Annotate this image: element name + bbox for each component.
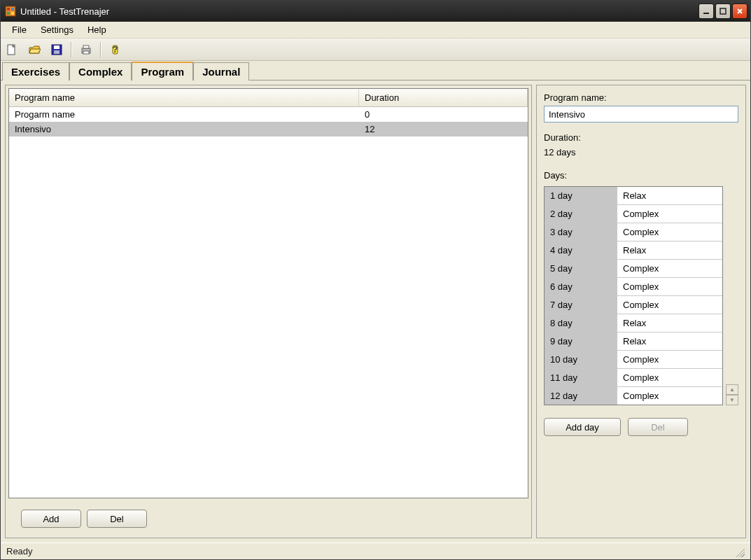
days-spinner[interactable]: ▲ ▼ <box>726 384 738 405</box>
help-icon[interactable]: ? <box>107 41 124 58</box>
statusbar: Ready <box>1 542 750 559</box>
column-header-name[interactable]: Program name <box>9 89 359 106</box>
programs-panel: Program name Duration Progarm name 0 Int… <box>5 85 532 538</box>
svg-rect-9 <box>54 46 59 49</box>
days-row[interactable]: 10 dayComplex <box>545 351 722 369</box>
type-cell: Complex <box>617 223 722 241</box>
cell-name: Intensivo <box>9 122 359 136</box>
days-row[interactable]: 3 dayComplex <box>545 223 722 241</box>
svg-rect-10 <box>54 50 59 54</box>
day-cell: 8 day <box>545 314 617 332</box>
days-row[interactable]: 2 dayComplex <box>545 205 722 223</box>
duration-label: Duration: <box>544 132 738 143</box>
day-cell: 9 day <box>545 332 617 350</box>
type-cell: Complex <box>617 387 722 405</box>
spinner-down-icon[interactable]: ▼ <box>726 395 738 405</box>
open-icon[interactable] <box>26 41 43 58</box>
day-cell: 7 day <box>545 296 617 314</box>
add-button[interactable]: Add <box>21 510 81 528</box>
days-row[interactable]: 1 dayRelax <box>545 187 722 205</box>
menu-settings[interactable]: Settings <box>34 22 80 37</box>
del-day-button[interactable]: Del <box>628 418 688 436</box>
programs-list-header: Program name Duration <box>9 89 528 107</box>
type-cell: Complex <box>617 351 722 368</box>
days-row[interactable]: 12 dayComplex <box>545 387 722 405</box>
details-panel: Program name: Duration: 12 days Days: 1 … <box>536 85 746 538</box>
menubar: File Settings Help <box>1 22 750 38</box>
spinner-up-icon[interactable]: ▲ <box>726 384 738 395</box>
type-cell: Relax <box>617 241 722 259</box>
add-day-button[interactable]: Add day <box>544 418 621 436</box>
app-icon <box>5 6 16 17</box>
days-row[interactable]: 8 dayRelax <box>545 314 722 332</box>
type-cell: Relax <box>617 332 722 350</box>
day-cell: 2 day <box>545 205 617 223</box>
app-window: Untitled - TestTrenajer File Settings He… <box>0 0 751 560</box>
menu-file[interactable]: File <box>5 22 34 37</box>
resize-grip-icon[interactable] <box>734 546 745 557</box>
day-cell: 10 day <box>545 351 617 368</box>
cell-name: Progarm name <box>9 107 359 122</box>
close-button[interactable] <box>732 4 748 19</box>
svg-rect-3 <box>7 12 10 15</box>
toolbar-separator <box>100 42 101 57</box>
titlebar[interactable]: Untitled - TestTrenajer <box>1 1 750 22</box>
day-cell: 12 day <box>545 387 617 405</box>
type-cell: Complex <box>617 296 722 314</box>
programs-list[interactable]: Program name Duration Progarm name 0 Int… <box>8 88 528 498</box>
type-cell: Relax <box>617 187 722 204</box>
days-row[interactable]: 11 dayComplex <box>545 369 722 387</box>
day-cell: 5 day <box>545 260 617 277</box>
program-name-input[interactable] <box>544 106 738 122</box>
tab-complex[interactable]: Complex <box>69 62 132 80</box>
day-cell: 6 day <box>545 278 617 295</box>
tab-program[interactable]: Program <box>132 62 193 80</box>
days-row[interactable]: 9 dayRelax <box>545 332 722 351</box>
details-button-row: Add day Del <box>544 405 738 436</box>
svg-text:?: ? <box>113 44 118 55</box>
svg-rect-4 <box>11 12 14 15</box>
days-row[interactable]: 4 dayRelax <box>545 241 722 260</box>
day-cell: 3 day <box>545 223 617 241</box>
print-icon[interactable] <box>78 41 94 58</box>
svg-rect-12 <box>83 46 89 48</box>
cell-duration: 12 <box>359 122 528 136</box>
client-area: Program name Duration Progarm name 0 Int… <box>1 80 750 542</box>
table-row[interactable]: Intensivo 12 <box>9 122 528 136</box>
svg-rect-2 <box>11 8 14 10</box>
maximize-button[interactable] <box>715 4 731 19</box>
table-row[interactable]: Progarm name 0 <box>9 107 528 122</box>
column-header-duration[interactable]: Duration <box>359 89 528 106</box>
window-title: Untitled - TestTrenajer <box>20 6 697 17</box>
minimize-button[interactable] <box>699 4 714 19</box>
cell-duration: 0 <box>359 107 528 122</box>
type-cell: Complex <box>617 205 722 223</box>
type-cell: Complex <box>617 260 722 277</box>
tab-exercises[interactable]: Exercises <box>2 62 69 80</box>
svg-rect-1 <box>7 8 10 10</box>
days-row[interactable]: 5 dayComplex <box>545 260 722 278</box>
svg-rect-6 <box>720 8 726 14</box>
toolbar-separator <box>71 42 72 57</box>
svg-rect-5 <box>703 13 709 14</box>
days-label: Days: <box>544 170 738 181</box>
save-icon[interactable] <box>48 41 65 58</box>
svg-rect-13 <box>83 51 89 54</box>
type-cell: Complex <box>617 369 722 386</box>
program-name-label: Program name: <box>544 92 738 103</box>
status-text: Ready <box>6 546 33 556</box>
tabbar: Exercises Complex Program Journal <box>1 61 750 80</box>
day-cell: 1 day <box>545 187 617 204</box>
days-row[interactable]: 7 dayComplex <box>545 296 722 314</box>
days-table[interactable]: 1 dayRelax 2 dayComplex 3 dayComplex 4 d… <box>544 186 723 405</box>
tab-journal[interactable]: Journal <box>193 62 249 80</box>
type-cell: Complex <box>617 278 722 295</box>
duration-value: 12 days <box>544 147 738 158</box>
new-icon[interactable] <box>3 41 20 58</box>
day-cell: 4 day <box>545 241 617 259</box>
menu-help[interactable]: Help <box>80 22 113 37</box>
del-button[interactable]: Del <box>87 510 147 528</box>
days-row[interactable]: 6 dayComplex <box>545 278 722 296</box>
programs-button-row: Add Del <box>8 505 528 535</box>
type-cell: Relax <box>617 314 722 332</box>
